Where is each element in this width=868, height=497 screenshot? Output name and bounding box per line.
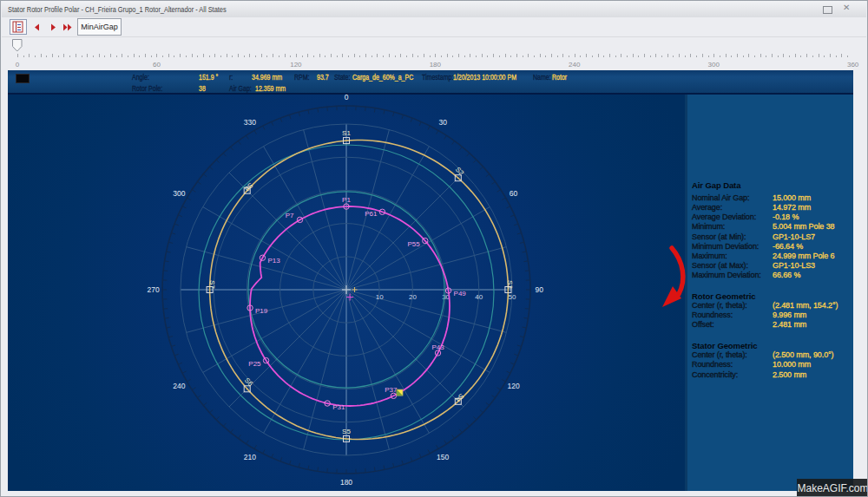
close-button[interactable]: ✕ xyxy=(843,3,850,12)
timeline-tick xyxy=(389,54,390,57)
rotor-pole-label: P13 xyxy=(267,257,280,265)
timeline-slider[interactable]: 060120180240300360 xyxy=(2,37,866,70)
outer-ring-tick xyxy=(182,371,186,373)
radius-label: 10 xyxy=(376,293,384,301)
panel-row-value: 66.66 % xyxy=(773,271,800,279)
timeline-tick xyxy=(116,56,117,57)
timeline-tick xyxy=(122,54,122,57)
timeline-tick xyxy=(186,56,187,57)
fast-forward-button[interactable] xyxy=(60,21,74,33)
timeline-tick xyxy=(841,54,842,57)
outer-ring-tick xyxy=(467,153,470,156)
polar-plot: 0306090120150180210240270300330102030405… xyxy=(8,95,685,491)
polar-spoke xyxy=(346,290,389,449)
maximize-button[interactable] xyxy=(823,6,832,14)
timeline-tick xyxy=(836,56,837,57)
outer-ring-tick xyxy=(419,121,421,126)
timeline-tick xyxy=(754,56,755,57)
outer-ring-tick xyxy=(280,118,282,122)
outer-ring-tick xyxy=(411,457,412,461)
timeline-tick xyxy=(598,54,599,57)
outer-ring-tick xyxy=(263,126,265,129)
timeline-tick xyxy=(104,56,105,57)
polar-spoke xyxy=(346,290,490,373)
timeline-tick xyxy=(58,56,59,57)
timeline-tick xyxy=(726,54,727,57)
timeline-tick xyxy=(696,56,697,57)
outer-ring-tick xyxy=(393,112,394,116)
outer-ring-tick xyxy=(171,345,175,347)
outer-ring-tick xyxy=(411,118,412,122)
panel-row-label: Concentricity: xyxy=(692,370,738,379)
timeline-tick xyxy=(650,56,651,57)
angle-label: 180 xyxy=(340,478,352,487)
timeline-tick xyxy=(580,56,581,57)
outer-ring-tick xyxy=(247,441,249,444)
outer-ring-tick xyxy=(444,135,447,139)
outer-ring-tick xyxy=(167,252,171,252)
rotor-pole-label: P31 xyxy=(332,403,345,411)
window-title: Stator Rotor Profile Polar - CH_Frieira … xyxy=(8,4,227,14)
timeline-tick xyxy=(134,54,135,57)
timeline-tick-label: 360 xyxy=(847,61,858,69)
timeline-tick xyxy=(302,56,303,57)
outer-ring-tick xyxy=(231,147,233,150)
panel-row-value: 2.481 mm xyxy=(773,320,806,329)
timeline-tick xyxy=(395,56,396,57)
timeline-tick xyxy=(534,56,535,57)
stator-sensor-label: S1 xyxy=(342,129,351,137)
timeline-tick xyxy=(819,54,819,57)
outer-ring-tick xyxy=(497,190,501,193)
min-air-gap-button[interactable]: MinAirGap xyxy=(77,18,122,36)
play-button[interactable] xyxy=(46,21,60,33)
timeline-tick xyxy=(557,56,558,57)
panel-row-label: Nominal Air Gap: xyxy=(692,193,749,202)
timeline-tick xyxy=(609,54,610,57)
outer-ring-tick xyxy=(171,232,175,234)
timeline-tick xyxy=(615,56,616,57)
timeline-tick xyxy=(713,54,714,57)
timeline-tick xyxy=(244,56,245,57)
outer-ring-tick xyxy=(289,114,291,119)
outer-ring-tick xyxy=(402,461,404,465)
timeline-tick xyxy=(377,54,378,57)
timeline-tick xyxy=(139,56,140,57)
outer-ring-tick xyxy=(231,429,233,433)
panel-row-label: Maximum: xyxy=(692,252,727,260)
timeline-tick xyxy=(331,54,332,57)
profile-table-button[interactable] xyxy=(10,19,27,35)
timeline-tick xyxy=(447,54,448,57)
timeline-tick xyxy=(800,56,801,57)
timeline-tick xyxy=(220,56,221,57)
angle-label: 90 xyxy=(536,285,544,294)
outer-ring-tick xyxy=(272,454,273,458)
outer-ring-tick xyxy=(289,461,291,465)
step-back-button[interactable] xyxy=(30,21,44,33)
outer-ring-tick xyxy=(263,449,265,453)
timeline-tick xyxy=(603,56,604,57)
panel-section-title: Rotor Geometric xyxy=(692,291,755,301)
slider-thumb[interactable] xyxy=(12,39,23,52)
timeline-tick xyxy=(285,54,286,57)
timeline-tick xyxy=(307,54,308,57)
timeline-tick xyxy=(772,54,773,57)
polar-spoke xyxy=(346,290,430,433)
outer-ring-tick xyxy=(238,435,240,438)
rotor-pole-label: P49 xyxy=(454,290,467,298)
rotor-pole-label: P1 xyxy=(342,196,351,204)
outer-ring-tick xyxy=(197,181,201,184)
title-bar: Stator Rotor Profile Polar - CH_Frieira … xyxy=(2,1,866,17)
timeline-tick xyxy=(748,54,749,57)
panel-row-label: Average Deviation: xyxy=(692,213,756,221)
timeline-tick xyxy=(145,54,146,57)
timeline-tick xyxy=(342,54,343,57)
timeline-tick xyxy=(325,56,326,57)
polar-spoke xyxy=(346,147,430,290)
angle-label: 120 xyxy=(507,382,519,390)
panel-row-value: -0.18 % xyxy=(773,213,799,221)
outer-ring-tick xyxy=(165,261,169,262)
stator-sensor-label: S7 xyxy=(208,280,216,289)
timeline-tick-label: 240 xyxy=(569,61,580,69)
timeline-tick xyxy=(551,54,552,57)
rotor-profile xyxy=(250,206,450,406)
